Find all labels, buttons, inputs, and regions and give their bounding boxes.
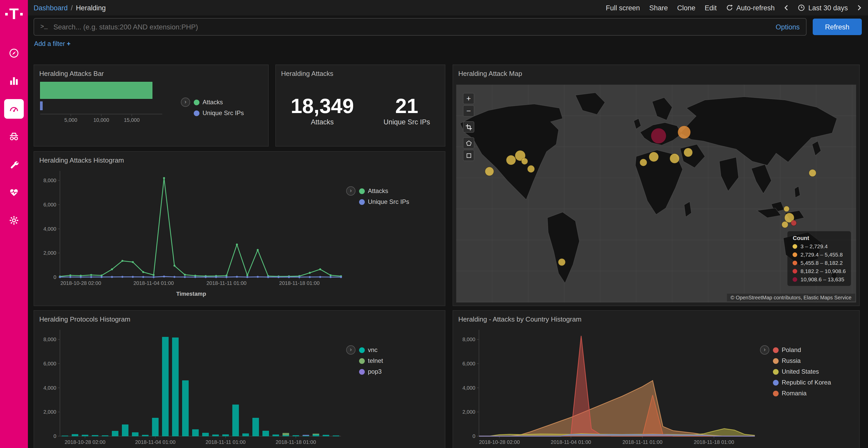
legend-item: 5,455.8 – 8,182.2 xyxy=(793,260,846,266)
legend-color-dot xyxy=(359,369,365,374)
metric-group: 18,349 Attacks 21 Unique Src IPs xyxy=(276,82,445,139)
legend-color-dot xyxy=(359,188,365,194)
legend-expand-icon[interactable]: › xyxy=(346,345,355,354)
metric-label: Attacks xyxy=(291,118,354,126)
sidebar-item-devtools[interactable] xyxy=(4,155,24,174)
map-attribution: © OpenStreetMap contributors, Elastic Ma… xyxy=(727,294,855,302)
legend-expand-icon[interactable]: › xyxy=(760,345,769,354)
legend-color-dot xyxy=(793,277,798,281)
legend-item[interactable]: Unique Src IPs xyxy=(359,198,409,205)
edit-button[interactable]: Edit xyxy=(705,4,717,12)
legend-item[interactable]: Attacks xyxy=(194,99,244,106)
query-options-link[interactable]: Options xyxy=(776,23,800,31)
legend-label: 8,182.2 – 10,908.6 xyxy=(801,268,846,274)
search-input[interactable] xyxy=(53,23,771,31)
legend-label: Unique Src IPs xyxy=(203,109,244,117)
add-filter-link[interactable]: Add a filter + xyxy=(34,40,70,47)
fullscreen-button[interactable]: Full screen xyxy=(606,4,640,12)
legend-color-dot xyxy=(359,347,365,353)
refresh-button[interactable]: Refresh xyxy=(812,19,862,35)
map-count-legend: Count 3 – 2,729.42,729.4 – 5,455.85,455.… xyxy=(788,231,851,286)
svg-text:2018-11-18 01:00: 2018-11-18 01:00 xyxy=(276,439,316,445)
rectangle-icon xyxy=(465,152,472,159)
legend-label: 2,729.4 – 5,455.8 xyxy=(801,251,843,257)
svg-text:2,000: 2,000 xyxy=(43,409,56,415)
svg-text:2018-11-11 01:00: 2018-11-11 01:00 xyxy=(622,439,662,445)
legend-expand-icon[interactable]: › xyxy=(181,98,190,107)
attacks-line-chart: 02,0004,0006,0008,0002018-10-28 02:00201… xyxy=(36,166,346,288)
legend-color-dot xyxy=(773,369,779,374)
svg-text:0: 0 xyxy=(54,274,56,280)
panel-heralding-attacks: Heralding Attacks 18,349 Attacks 21 Uniq… xyxy=(275,65,445,146)
panel-title: Heralding Attack Map xyxy=(453,65,859,79)
legend-label: 5,455.8 – 8,182.2 xyxy=(801,260,843,266)
legend-item[interactable]: Republic of Korea xyxy=(773,379,831,386)
legend-color-dot xyxy=(773,358,779,364)
logo-dot xyxy=(20,13,23,15)
clone-button[interactable]: Clone xyxy=(677,4,695,12)
sidebar-item-siem[interactable] xyxy=(4,127,24,146)
attacks-bar-chart: 5,00010,00015,000 xyxy=(36,79,181,131)
metric-attacks: 18,349 Attacks xyxy=(291,95,354,126)
telekom-logo[interactable]: T xyxy=(5,4,23,24)
chart-legend: PolandRussiaUnited StatesRepublic of Kor… xyxy=(773,345,831,401)
legend-item: 8,182.2 – 10,908.6 xyxy=(793,268,846,274)
legend-item[interactable]: vnc xyxy=(359,346,383,353)
map-zoom-out-button[interactable]: − xyxy=(463,105,474,117)
sidebar-item-monitoring[interactable] xyxy=(4,183,24,202)
legend-item[interactable]: telnet xyxy=(359,357,383,365)
gear-icon xyxy=(8,215,20,226)
legend-expand-icon[interactable]: › xyxy=(346,186,355,196)
crop-icon xyxy=(465,124,472,130)
map-draw-rectangle-button[interactable] xyxy=(463,150,474,161)
panel-heralding-protocols-histogram: Heralding Protocols Histogram 02,0004,00… xyxy=(34,310,445,448)
share-button[interactable]: Share xyxy=(649,4,668,12)
top-navigation: Dashboard / Heralding Full screen Share … xyxy=(28,0,868,15)
sidebar-item-dashboard[interactable] xyxy=(4,99,24,119)
legend-item[interactable]: United States xyxy=(773,368,831,375)
legend-color-dot xyxy=(773,347,779,353)
svg-text:2018-10-28 02:00: 2018-10-28 02:00 xyxy=(60,280,101,286)
main-content: Dashboard / Heralding Full screen Share … xyxy=(28,0,868,448)
legend-item: 3 – 2,729.4 xyxy=(793,243,846,249)
legend-item[interactable]: Attacks xyxy=(359,187,409,195)
svg-text:2018-10-28 02:00: 2018-10-28 02:00 xyxy=(479,439,520,445)
legend-label: Unique Src IPs xyxy=(368,198,409,205)
map-draw-polygon-button[interactable] xyxy=(463,137,474,149)
plus-icon: + xyxy=(67,40,71,47)
map-fit-bounds-button[interactable] xyxy=(463,121,474,133)
map-zoom-in-button[interactable]: + xyxy=(463,93,474,104)
sidebar-item-management[interactable] xyxy=(4,211,24,230)
time-range-picker[interactable]: Last 30 days xyxy=(798,4,848,12)
search-box[interactable]: >_ Options xyxy=(34,18,806,36)
x-axis-label: Timestamp xyxy=(36,290,346,297)
legend-label: United States xyxy=(782,368,819,375)
toolbar-actions: Full screen Share Clone Edit Auto-refres… xyxy=(606,4,862,12)
sidebar-item-discover[interactable] xyxy=(4,43,24,63)
legend-item[interactable]: Unique Src IPs xyxy=(194,109,244,117)
legend-color-dot xyxy=(793,261,798,265)
panel-heralding-attacks-histogram: Heralding Attacks Histogram 02,0004,0006… xyxy=(34,151,445,306)
panel-heralding-attacks-bar: Heralding Attacks Bar 5,00010,00015,000 … xyxy=(34,65,269,146)
svg-text:2018-11-04 01:00: 2018-11-04 01:00 xyxy=(551,439,591,445)
svg-text:2018-11-11 01:00: 2018-11-11 01:00 xyxy=(206,439,246,445)
sidebar-item-visualize[interactable] xyxy=(4,71,24,91)
svg-text:6,000: 6,000 xyxy=(43,202,56,207)
svg-text:8,000: 8,000 xyxy=(43,177,56,183)
legend-item[interactable]: pop3 xyxy=(359,368,383,375)
legend-item[interactable]: Romania xyxy=(773,390,831,397)
svg-text:15,000: 15,000 xyxy=(124,117,140,123)
legend-color-dot xyxy=(194,110,199,116)
legend-color-dot xyxy=(773,380,779,385)
auto-refresh-button[interactable]: Auto-refresh xyxy=(726,4,775,12)
logo-dot xyxy=(5,13,8,15)
map-legend-rows: 3 – 2,729.42,729.4 – 5,455.85,455.8 – 8,… xyxy=(793,243,846,282)
legend-item[interactable]: Poland xyxy=(773,346,831,353)
world-map[interactable]: + − xyxy=(456,84,856,303)
breadcrumb-dashboard-link[interactable]: Dashboard xyxy=(34,4,68,12)
legend-item[interactable]: Russia xyxy=(773,357,831,365)
time-back-button[interactable] xyxy=(784,5,789,11)
legend-color-dot xyxy=(194,99,199,105)
incognito-icon xyxy=(8,131,20,142)
time-forward-button[interactable] xyxy=(857,5,862,11)
